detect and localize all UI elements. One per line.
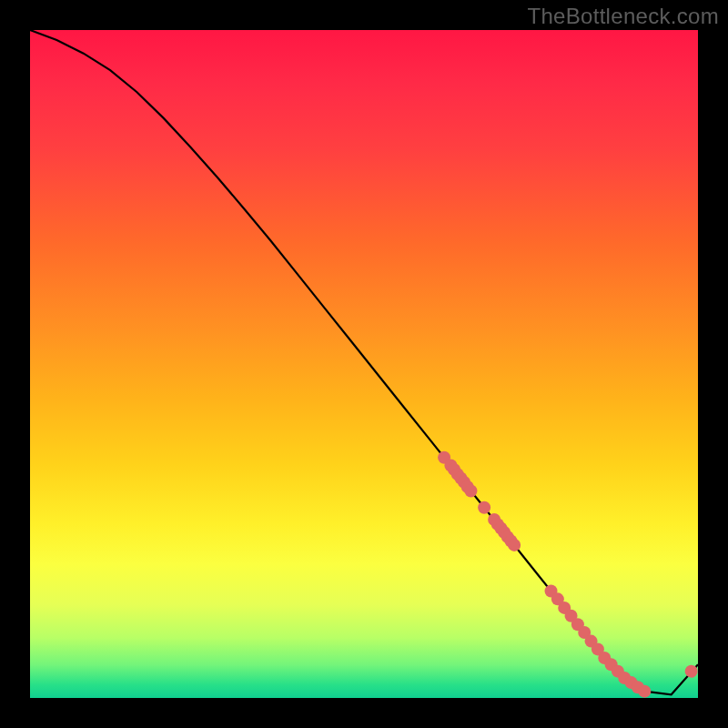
data-marker (508, 539, 521, 551)
data-marker (478, 501, 490, 514)
data-marker (685, 665, 698, 678)
data-marker (638, 685, 651, 698)
watermark-text: TheBottleneck.com (527, 4, 719, 29)
data-marker (464, 484, 477, 497)
chart-overlay (30, 30, 698, 698)
data-markers (438, 451, 698, 698)
bottleneck-curve (30, 30, 698, 694)
chart-frame: TheBottleneck.com (0, 0, 728, 728)
